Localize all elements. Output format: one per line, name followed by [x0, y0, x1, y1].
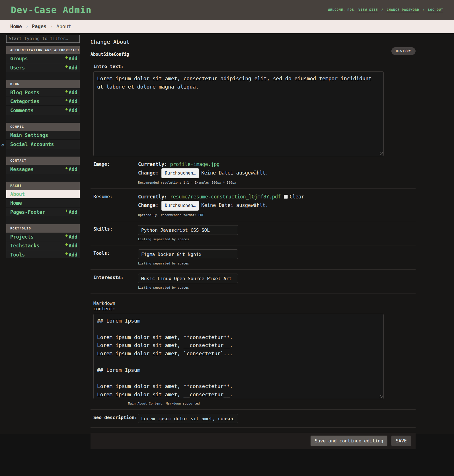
skills-label: Skills:: [93, 226, 112, 232]
field-row-skills: Skills: Listing separated by spaces: [91, 221, 416, 245]
breadcrumb-separator: ›: [26, 24, 28, 29]
tools-input[interactable]: [138, 249, 238, 259]
change-label: Change:: [138, 202, 159, 208]
history-button[interactable]: HISTORY: [391, 47, 416, 55]
sidebar-module-blog: BLOG Blog Posts +Add Categories +Add Com…: [6, 80, 80, 115]
add-projects-button[interactable]: +Add: [65, 234, 77, 240]
sidebar-item-main-settings: Main Settings: [6, 131, 80, 140]
image-no-file-text: Keine Datei ausgewählt.: [201, 170, 268, 176]
skills-input[interactable]: [138, 225, 238, 235]
sidebar-link-home[interactable]: Home: [10, 200, 22, 206]
plus-icon: +: [65, 233, 68, 238]
view-site-link[interactable]: VIEW SITE: [358, 8, 378, 12]
add-groups-button[interactable]: +Add: [65, 56, 77, 61]
markdown-label: Markdown content:: [93, 301, 139, 311]
add-comments-button[interactable]: +Add: [65, 108, 77, 113]
sidebar-item-pages-footer: Pages-Footer +Add: [6, 208, 80, 216]
add-techstacks-button[interactable]: +Add: [65, 243, 77, 249]
main-content: Change About HISTORY AboutSiteConfig Int…: [91, 33, 416, 449]
add-blog-posts-button[interactable]: +Add: [65, 90, 77, 95]
submit-row: Save and continue editing SAVE: [91, 433, 416, 449]
sidebar-module-auth: AUTHENTICATION AND AUTHORIZATION Groups …: [6, 46, 80, 72]
save-button[interactable]: SAVE: [391, 436, 411, 446]
brand-link[interactable]: Dev-Case Admin: [11, 5, 92, 15]
sidebar-link-pages-footer[interactable]: Pages-Footer: [10, 209, 45, 215]
sidebar-link-social-accounts[interactable]: Social Accounts: [10, 141, 54, 147]
log-out-link[interactable]: LOG OUT: [428, 8, 443, 12]
field-row-markdown: Markdown content: ## Lorem Ipsum Lorem i…: [91, 294, 416, 410]
sidebar-module-title-config[interactable]: CONFIG: [6, 123, 80, 131]
markdown-textarea[interactable]: ## Lorem Ipsum Lorem ipsum dolor sit ame…: [93, 314, 384, 399]
sidebar-link-groups[interactable]: Groups: [10, 56, 28, 61]
intro-text-textarea[interactable]: Lorem ipsum dolor sit amet, consectetur …: [93, 71, 384, 156]
resize-handle[interactable]: [380, 152, 383, 155]
sidebar-item-home: Home: [6, 199, 80, 208]
interests-label: Interessts:: [93, 275, 124, 280]
interests-input[interactable]: [138, 274, 238, 283]
sidebar-module-title-auth[interactable]: AUTHENTICATION AND AUTHORIZATION: [6, 46, 80, 54]
sidebar-link-users[interactable]: Users: [10, 65, 25, 71]
sidebar-collapse-icon[interactable]: «: [1, 141, 5, 148]
field-row-interests: Interessts: Listing separated by spaces: [91, 270, 416, 294]
user-tools: WELCOME, ROB. VIEW SITE / CHANGE PASSWOR…: [328, 8, 443, 12]
image-help-text: Recommended resolution: 1:1 - Example: 5…: [138, 181, 416, 184]
sidebar-filter-input[interactable]: [6, 35, 80, 43]
breadcrumb-current: About: [56, 24, 71, 29]
skills-help-text: Listing separated by spaces: [138, 237, 416, 241]
plus-icon: +: [65, 98, 68, 103]
sidebar-link-tools[interactable]: Tools: [10, 252, 25, 258]
save-and-continue-button[interactable]: Save and continue editing: [311, 436, 388, 446]
clear-checkbox[interactable]: [284, 195, 288, 199]
change-password-link[interactable]: CHANGE PASSWORD: [387, 8, 419, 12]
sidebar-link-main-settings[interactable]: Main Settings: [10, 132, 48, 138]
sidebar-module-title-portfolio[interactable]: PORTFOLIO: [6, 224, 80, 233]
image-browse-button[interactable]: Durchsuchen…: [161, 168, 199, 178]
image-label: Image:: [93, 161, 110, 167]
resume-no-file-text: Keine Datei ausgewählt.: [201, 202, 268, 208]
resize-handle[interactable]: [380, 395, 383, 398]
resume-file-link[interactable]: resume/resume-construction_lOjmf8Y.pdf: [170, 194, 281, 200]
breadcrumb-home[interactable]: Home: [10, 24, 22, 29]
sidebar-link-projects[interactable]: Projects: [10, 234, 34, 240]
sidebar-item-projects: Projects +Add: [6, 233, 80, 241]
clear-label[interactable]: Clear: [290, 194, 304, 200]
add-tools-button[interactable]: +Add: [65, 252, 77, 258]
resume-label: Resume:: [93, 194, 112, 199]
sidebar-link-categories[interactable]: Categories: [10, 99, 39, 104]
add-messages-button[interactable]: +Add: [65, 167, 77, 172]
seo-description-input[interactable]: [138, 414, 238, 423]
sidebar-item-comments: Comments +Add: [6, 106, 80, 115]
sidebar-link-comments[interactable]: Comments: [10, 108, 34, 113]
sidebar-link-techstacks[interactable]: Techstacks: [10, 243, 39, 249]
resume-help-text: Optionally, recommended format: PDF: [138, 213, 416, 217]
add-users-button[interactable]: +Add: [65, 65, 77, 71]
sidebar-module-title-contact[interactable]: CONTACT: [6, 157, 80, 165]
plus-icon: +: [65, 55, 68, 60]
field-row-seo-description: Seo description:: [91, 410, 416, 428]
image-file-link[interactable]: profile-image.jpg: [170, 161, 220, 167]
sidebar-item-social-accounts: Social Accounts: [6, 140, 80, 149]
change-label: Change:: [138, 170, 159, 176]
markdown-help-text: Main About-Content. Markdown supported: [128, 402, 416, 405]
add-pages-footer-button[interactable]: +Add: [65, 209, 77, 215]
plus-icon: +: [65, 64, 68, 69]
currently-label: Currently:: [138, 194, 167, 200]
tools-label: Tools:: [93, 251, 110, 256]
sidebar-module-title-pages[interactable]: PAGES: [6, 182, 80, 190]
link-separator: /: [381, 8, 383, 12]
sidebar-item-about: About: [6, 190, 80, 199]
tools-help-text: Listing separated by spaces: [138, 262, 416, 265]
breadcrumb-pages[interactable]: Pages: [32, 24, 46, 29]
sidebar-module-title-blog[interactable]: BLOG: [6, 80, 80, 88]
currently-label: Currently:: [138, 161, 167, 167]
plus-icon: +: [65, 208, 68, 214]
sidebar-nav: AUTHENTICATION AND AUTHORIZATION Groups …: [6, 35, 80, 258]
content-area: « AUTHENTICATION AND AUTHORIZATION Group…: [0, 33, 454, 434]
sidebar-link-messages[interactable]: Messages: [10, 167, 34, 172]
breadcrumb: Home › Pages › About: [0, 20, 454, 33]
field-row-tools: Tools: Listing separated by spaces: [91, 245, 416, 270]
sidebar-link-blog-posts[interactable]: Blog Posts: [10, 90, 39, 95]
resume-browse-button[interactable]: Durchsuchen…: [161, 201, 199, 211]
sidebar-link-about[interactable]: About: [10, 191, 25, 197]
add-categories-button[interactable]: +Add: [65, 99, 77, 104]
